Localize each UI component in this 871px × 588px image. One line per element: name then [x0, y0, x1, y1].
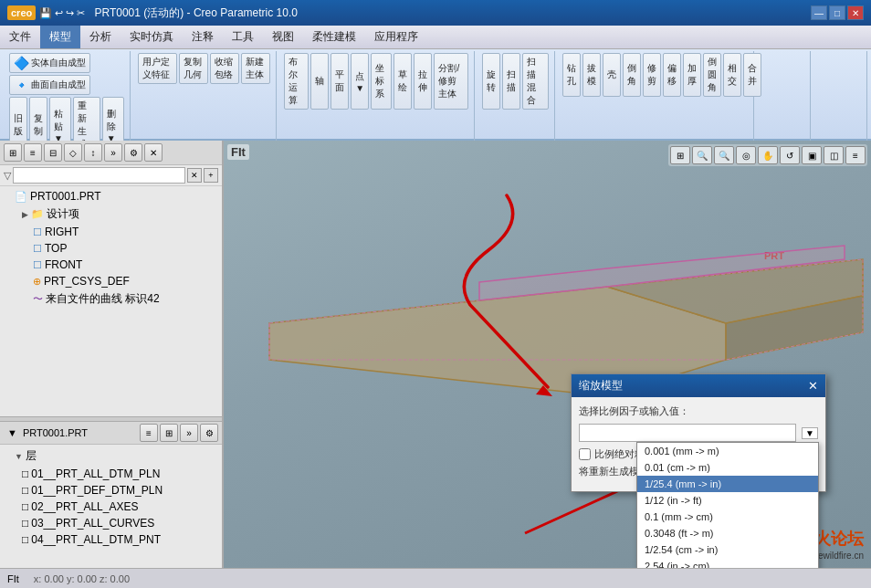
ribbon-btn-offset[interactable]: 偏移: [663, 53, 681, 97]
menu-analysis[interactable]: 分析: [80, 26, 121, 48]
window-controls[interactable]: — □ ✕: [811, 5, 864, 20]
ribbon-btn-trim[interactable]: 修剪: [643, 53, 661, 97]
bottom-tree-layer1[interactable]: □ 01__PRT_ALL_DTM_PLN: [0, 466, 222, 482]
bottom-layer-arrow: ▼: [15, 452, 23, 461]
ribbon-btn-shell[interactable]: 壳: [603, 53, 621, 97]
tree-icon-curve: 〜: [33, 292, 43, 306]
ribbon-btn-intersect[interactable]: 相交: [723, 53, 741, 97]
ribbon-btn-copygeo[interactable]: 复制几何: [179, 53, 208, 84]
ribbon-btn-point[interactable]: 点▼: [351, 53, 369, 110]
panel-btn-minus[interactable]: ⊟: [44, 143, 62, 162]
dropdown-option-254[interactable]: 2.54 (in -> cm): [637, 558, 818, 568]
tree-label-csys: PRT_CSYS_DEF: [44, 275, 130, 288]
menu-file[interactable]: 文件: [0, 26, 40, 48]
dialog-scale-input[interactable]: [579, 424, 796, 442]
viewport[interactable]: ⊞ 🔍 🔍 ◎ ✋ ↺ ▣ ◫ ≡ FIt PRT: [224, 141, 871, 568]
bottom-btn-more[interactable]: »: [180, 424, 198, 442]
ribbon-btn-axis[interactable]: 轴: [310, 53, 329, 110]
ribbon-btn-boolean[interactable]: 布尔运算: [284, 53, 310, 110]
panel-btn-list[interactable]: ≡: [24, 143, 42, 162]
filter-input[interactable]: [13, 167, 185, 184]
ribbon-btn-newbody[interactable]: 新建主体: [241, 53, 270, 84]
ribbon-btn-shrink[interactable]: 收缩包络: [210, 53, 239, 84]
bottom-tree: ▼ 层 □ 01__PRT_ALL_DTM_PLN □ 01__PRT_DEF_…: [0, 445, 222, 568]
ribbon-btn-extrude[interactable]: 拉伸: [414, 53, 432, 110]
menu-tools[interactable]: 工具: [223, 26, 263, 48]
filter-add-button[interactable]: +: [204, 168, 218, 183]
menu-simulation[interactable]: 实时仿真: [121, 26, 183, 48]
dropdown-option-03[interactable]: 0.3048 (ft -> m): [637, 525, 818, 541]
panel-btn-diamond[interactable]: ◇: [64, 143, 82, 162]
bottom-layer-label: 层: [26, 448, 37, 464]
tree-icon-csys: ⊕: [33, 276, 41, 288]
tree-item-design[interactable]: ▶ 📁 设计项: [0, 205, 222, 224]
ribbon-btn-revolve[interactable]: 旋转: [482, 53, 500, 110]
bottom-layer3-icon: □: [22, 500, 28, 513]
menu-annotation[interactable]: 注释: [183, 26, 223, 48]
ribbon-btn-plane[interactable]: 平面: [331, 53, 349, 110]
dropdown-option-01[interactable]: 0.1 (mm -> cm): [637, 509, 818, 525]
tree-label-curve: 来自文件的曲线 标识42: [46, 291, 160, 307]
bottom-btn-settings[interactable]: ⚙: [200, 424, 218, 442]
ribbon-btn-chamfer[interactable]: 倒角: [623, 53, 641, 97]
tree-item-right[interactable]: ☐ RIGHT: [0, 224, 222, 240]
menu-flex[interactable]: 柔性建模: [303, 26, 365, 48]
panel-btn-close[interactable]: ✕: [144, 143, 163, 162]
bottom-tree-layer4[interactable]: □ 03__PRT_ALL_CURVES: [0, 515, 222, 531]
dialog-title-bar[interactable]: 缩放模型 ✕: [572, 374, 825, 397]
close-button[interactable]: ✕: [847, 5, 864, 20]
panel-btn-grid[interactable]: ⊞: [4, 143, 22, 162]
dropdown-option-0001[interactable]: 0.001 (mm -> m): [637, 443, 818, 459]
dropdown-option-112[interactable]: 1/12 (in -> ft): [637, 492, 818, 509]
title-bar-left: creo 💾 ↩ ↪ ✂ PRT0001 (活动的) - Creo Parame…: [7, 5, 298, 21]
bottom-tree-layer-group[interactable]: ▼ 层: [0, 446, 222, 466]
ribbon-btn-scan[interactable]: 扫描: [502, 53, 520, 110]
filter-clear-button[interactable]: ✕: [187, 168, 202, 183]
bottom-btn-grid[interactable]: ⊞: [160, 424, 178, 442]
tree-item-curve42[interactable]: 〜 来自文件的曲线 标识42: [0, 289, 222, 309]
ribbon-btn-blend[interactable]: 扫描混合: [522, 53, 549, 110]
minimize-button[interactable]: —: [811, 5, 827, 20]
tree-item-top[interactable]: ☐ TOP: [0, 240, 222, 257]
status-bar: FIt x: 0.00 y: 0.00 z: 0.00: [0, 568, 871, 588]
model-tree: 📄 PRT0001.PRT ▶ 📁 设计项 ☐ RIGHT ☐ TOP ☐ FR…: [0, 186, 222, 416]
bottom-toolbar: ▼ PRT0001.PRT ≡ ⊞ » ⚙: [0, 422, 222, 445]
dropdown-option-001[interactable]: 0.01 (cm -> m): [637, 459, 818, 476]
menu-view[interactable]: 视图: [263, 26, 303, 48]
ribbon-btn-userdef[interactable]: 用户定义特征: [138, 53, 177, 84]
ribbon-btn-thicken[interactable]: 加厚: [683, 53, 701, 97]
tree-icon-design: 📁: [31, 208, 44, 220]
panel-btn-more[interactable]: »: [104, 143, 122, 162]
ribbon-btn-solidfree[interactable]: 🔷实体自由成型: [9, 53, 90, 73]
menu-model[interactable]: 模型: [40, 26, 80, 48]
dropdown-option-125[interactable]: 1/25.4 (mm -> in): [637, 476, 818, 492]
maximize-button[interactable]: □: [829, 5, 845, 20]
bottom-btn-list[interactable]: ≡: [140, 424, 158, 442]
tree-item-csys[interactable]: ⊕ PRT_CSYS_DEF: [0, 273, 222, 289]
dropdown-option-1254[interactable]: 1/2.54 (cm -> in): [637, 541, 818, 558]
window-title: PRT0001 (活动的) - Creo Parametric 10.0: [94, 5, 298, 21]
ribbon-btn-sketch[interactable]: 草绘: [394, 53, 412, 110]
dialog-close-button[interactable]: ✕: [808, 379, 818, 393]
ribbon-btn-surfacefree[interactable]: 🔹曲面自由成型: [9, 75, 90, 95]
ribbon-btn-fillet[interactable]: 倒圆角: [703, 53, 721, 97]
panel-btn-settings[interactable]: ⚙: [124, 143, 142, 162]
ribbon-btn-draft[interactable]: 拔模: [582, 53, 601, 97]
bottom-layer1-icon: □: [22, 467, 28, 480]
tree-label-top: TOP: [45, 242, 67, 255]
panel-btn-updown[interactable]: ↕: [84, 143, 102, 162]
tree-item-prt[interactable]: 📄 PRT0001.PRT: [0, 188, 222, 205]
bottom-tree-layer3[interactable]: □ 02__PRT_ALL_AXES: [0, 499, 222, 515]
menu-apps[interactable]: 应用程序: [365, 26, 427, 48]
bottom-tree-layer5[interactable]: □ 04__PRT_ALL_DTM_PNT: [0, 531, 222, 548]
ribbon-btn-csys[interactable]: 坐标系: [371, 53, 392, 110]
ribbon-btn-drill[interactable]: 钻孔: [562, 53, 581, 97]
filter-row: ▽ ✕ +: [0, 165, 222, 186]
tree-item-front[interactable]: ☐ FRONT: [0, 257, 222, 273]
dialog-precision-checkbox[interactable]: [579, 448, 591, 460]
dialog-dropdown-arrow[interactable]: ▼: [802, 427, 818, 439]
menu-bar: 文件 模型 分析 实时仿真 注释 工具 视图 柔性建模 应用程序: [0, 26, 871, 49]
ribbon-btn-split[interactable]: 分割/修剪主体: [434, 53, 468, 110]
bottom-tree-layer2[interactable]: □ 01__PRT_DEF_DTM_PLN: [0, 482, 222, 499]
tree-label-design: 设计项: [47, 206, 79, 222]
